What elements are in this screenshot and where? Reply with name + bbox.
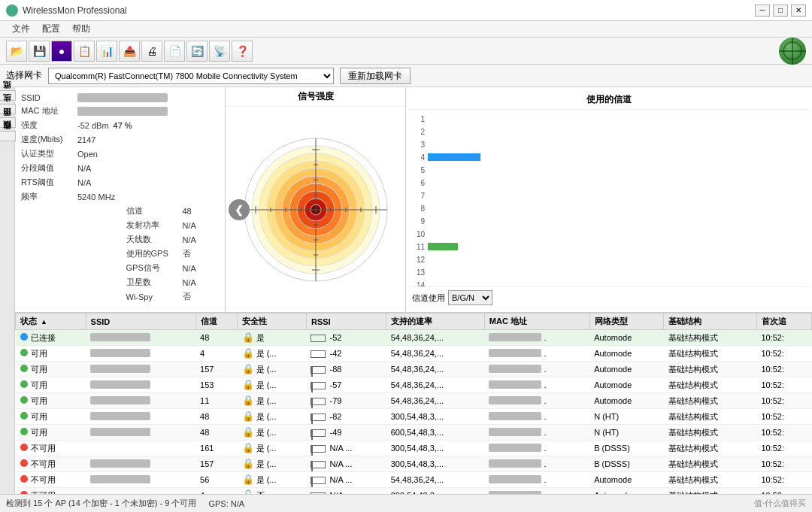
window-controls[interactable]: ─ □ ✕ bbox=[755, 5, 806, 17]
signal-title: 信号强度 bbox=[226, 87, 405, 107]
cell-ssid bbox=[86, 441, 195, 456]
channel-row-11: 11 bbox=[409, 241, 809, 253]
window-title: WirelessMon Professional bbox=[23, 5, 755, 16]
cell-infra: 基础结构模式 bbox=[664, 377, 757, 393]
cell-rates: 300,54,48,3,... bbox=[386, 456, 485, 472]
menu-config[interactable]: 配置 bbox=[36, 21, 66, 37]
cell-first: 10:52: bbox=[756, 377, 811, 393]
cell-mac: . bbox=[484, 456, 589, 472]
tab-map[interactable]: 信道图 bbox=[0, 117, 16, 128]
tab-overview[interactable]: 概览 bbox=[0, 90, 16, 101]
cell-rssi: -42 bbox=[306, 346, 386, 362]
cell-channel: 48 bbox=[195, 425, 238, 441]
th-infra[interactable]: 基础结构 bbox=[664, 314, 757, 330]
channel-row-13: 13 bbox=[409, 266, 809, 278]
cell-channel: 4 bbox=[195, 346, 238, 362]
th-channel[interactable]: 信道 bbox=[195, 314, 238, 330]
cell-mac: . bbox=[484, 488, 589, 495]
table-row[interactable]: 可用 4 🔒 是 (... -42 54,48,36,24,... . Auto… bbox=[16, 346, 812, 362]
channel-row-4: 4 bbox=[409, 151, 809, 163]
cell-rssi: N/A ... bbox=[306, 472, 386, 488]
channel-row-1: 1 bbox=[409, 113, 809, 125]
tool-export[interactable]: 📤 bbox=[119, 41, 140, 62]
cell-security: 🔒 是 (... bbox=[238, 409, 307, 425]
segment-label: 分段阈值 bbox=[21, 162, 77, 174]
reload-button[interactable]: 重新加载网卡 bbox=[340, 68, 411, 84]
cell-rates: 54,48,36,24,... bbox=[386, 393, 485, 409]
cell-channel: 48 bbox=[195, 409, 238, 425]
strength-label: 强度 bbox=[21, 120, 77, 131]
channel-row-3: 3 bbox=[409, 138, 809, 150]
cell-rates: 54,48,36,24,... bbox=[386, 472, 485, 488]
cell-infra: 基础结构模式 bbox=[664, 362, 757, 377]
channel-list: 1 2 3 4 bbox=[409, 113, 809, 286]
cell-first: 10:52: bbox=[756, 472, 811, 488]
channel-row-12: 12 bbox=[409, 253, 809, 265]
table-row[interactable]: 不可用 56 🔒 是 (... N/A ... 54,48,36,24,... … bbox=[16, 472, 812, 488]
th-security[interactable]: 安全性 bbox=[238, 314, 307, 330]
auth-value: Open bbox=[77, 150, 98, 159]
minimize-button[interactable]: ─ bbox=[755, 5, 770, 17]
th-ssid[interactable]: SSID bbox=[86, 314, 195, 330]
th-rates[interactable]: 支持的速率 bbox=[386, 314, 485, 330]
table-row[interactable]: 不可用 161 🔒 是 (... N/A ... 300,54,48,3,...… bbox=[16, 441, 812, 456]
channel-mode-select[interactable]: B/G/N A/N/AC 全部 bbox=[448, 290, 492, 305]
th-first[interactable]: 首次追 bbox=[756, 314, 811, 330]
tab-settings[interactable]: 主线 bbox=[0, 104, 16, 114]
cell-channel: 157 bbox=[195, 456, 238, 472]
cell-rssi: -79 bbox=[306, 393, 386, 409]
tool-chart[interactable]: 📊 bbox=[96, 41, 117, 62]
tool-clipboard[interactable]: 📋 bbox=[74, 41, 95, 62]
back-button[interactable]: ❮ bbox=[229, 199, 250, 220]
ssid-label: SSID bbox=[21, 93, 77, 102]
tool-open[interactable]: 📂 bbox=[6, 41, 27, 62]
tool-doc[interactable]: 📄 bbox=[164, 41, 185, 62]
cell-first: 10:52: bbox=[756, 346, 811, 362]
cell-rates: 300,54,48,3,... bbox=[386, 441, 485, 456]
cell-rates: 54,48,36,24,... bbox=[386, 346, 485, 362]
th-rssi[interactable]: RSSI bbox=[306, 314, 386, 330]
channel-row-2: 2 bbox=[409, 126, 809, 138]
th-nettype[interactable]: 网络类型 bbox=[589, 314, 664, 330]
tab-list[interactable]: 接收点图 bbox=[0, 131, 16, 141]
close-button[interactable]: ✕ bbox=[791, 5, 806, 17]
tool-antenna[interactable]: 📡 bbox=[209, 41, 230, 62]
cell-mac: . bbox=[484, 409, 589, 425]
cell-nettype: N (HT) bbox=[589, 425, 664, 441]
ssid-value bbox=[77, 93, 168, 102]
tool-refresh[interactable]: 🔄 bbox=[186, 41, 208, 62]
cell-channel: 56 bbox=[195, 472, 238, 488]
table-row[interactable]: 不可用 157 🔒 是 (... N/A ... 300,54,48,3,...… bbox=[16, 456, 812, 472]
th-status[interactable]: 状态 ▲ bbox=[16, 314, 86, 330]
table-row[interactable]: 可用 157 🔒 是 (... -88 54,48,36,24,... . Au… bbox=[16, 362, 812, 377]
cell-status: 可用 bbox=[16, 393, 86, 409]
table-row[interactable]: 可用 48 🔒 是 (... -49 600,54,48,3,... . N (… bbox=[16, 425, 812, 441]
table-row[interactable]: 可用 153 🔒 是 (... -57 54,48,36,24,... . Au… bbox=[16, 377, 812, 393]
table-row[interactable]: 已连接 48 🔒 是 -52 54,48,36,24,... . Automod… bbox=[16, 330, 812, 346]
tool-circle[interactable]: ● bbox=[51, 41, 72, 62]
cell-nettype: N (HT) bbox=[589, 409, 664, 425]
cell-channel: 153 bbox=[195, 377, 238, 393]
restore-button[interactable]: □ bbox=[773, 5, 788, 17]
cell-rssi: N/A ... bbox=[306, 488, 386, 495]
menu-help[interactable]: 帮助 bbox=[66, 21, 96, 37]
network-select[interactable]: Qualcomm(R) FastConnect(TM) 7800 Mobile … bbox=[48, 68, 334, 84]
menu-file[interactable]: 文件 bbox=[6, 21, 36, 37]
gps-label: 使用的GPS bbox=[126, 248, 183, 259]
cell-first: 10:52: bbox=[756, 409, 811, 425]
table-row[interactable]: 可用 48 🔒 是 (... -82 300,54,48,3,... . N (… bbox=[16, 409, 812, 425]
channel-row-14: 14 bbox=[409, 279, 809, 286]
tool-print[interactable]: 🖨 bbox=[141, 41, 162, 62]
top-panels: SSID MAC 地址 强度 -52 dBm 47 % 速度(Mbits) 21… bbox=[15, 87, 812, 313]
cell-infra: 基础结构模式 bbox=[664, 346, 757, 362]
tool-save[interactable]: 💾 bbox=[29, 41, 50, 62]
cell-rates: 289,54,48,3,... bbox=[386, 488, 485, 495]
table-row[interactable]: 可用 11 🔒 是 (... -79 54,48,36,24,... . Aut… bbox=[16, 393, 812, 409]
tx-label: 发射功率 bbox=[126, 220, 183, 231]
cell-rates: 54,48,36,24,... bbox=[386, 377, 485, 393]
cell-channel: 157 bbox=[195, 362, 238, 377]
table-row[interactable]: 不可用 4 🔓 否 N/A ... 289,54,48,3,... . Auto… bbox=[16, 488, 812, 495]
th-mac[interactable]: MAC 地址 bbox=[484, 314, 589, 330]
tool-help[interactable]: ❓ bbox=[232, 41, 253, 62]
channel-row-5: 5 bbox=[409, 164, 809, 176]
